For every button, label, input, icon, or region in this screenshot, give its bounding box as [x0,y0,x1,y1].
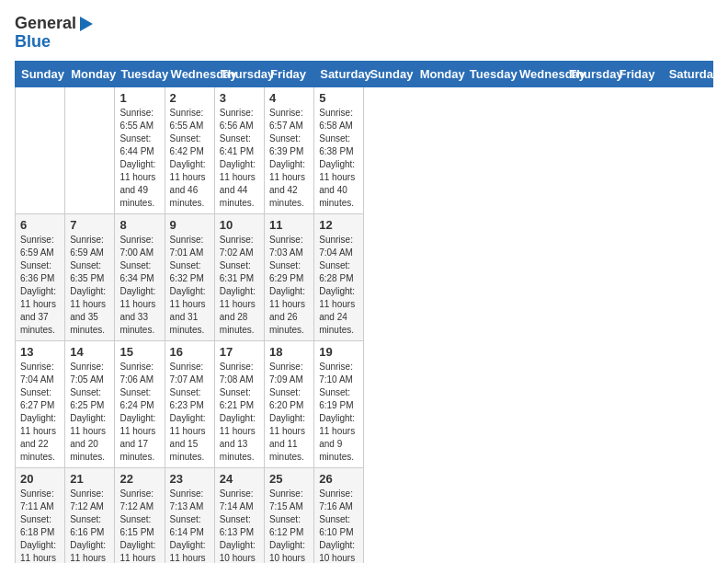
day-number: 10 [220,218,259,232]
calendar-cell [65,86,115,213]
day-info: Sunrise: 7:03 AMSunset: 6:29 PMDaylight:… [269,234,309,337]
col-header-saturday: Saturday [663,61,712,86]
logo-text-blue: Blue [15,33,51,52]
day-info: Sunrise: 7:05 AMSunset: 6:25 PMDaylight:… [70,361,109,464]
day-number: 6 [20,218,60,232]
day-number: 4 [269,91,309,105]
day-info: Sunrise: 6:55 AMSunset: 6:42 PMDaylight:… [170,107,210,210]
page-header: General Blue [15,15,713,52]
calendar-cell: 3Sunrise: 6:56 AMSunset: 6:41 PMDaylight… [214,86,264,213]
day-number: 22 [119,472,159,486]
col-header-thursday: Thursday [563,61,613,86]
day-info: Sunrise: 7:16 AMSunset: 6:10 PMDaylight:… [319,488,358,563]
calendar-cell: 11Sunrise: 7:03 AMSunset: 6:29 PMDayligh… [265,213,314,340]
logo-text-general: General [15,15,76,33]
day-number: 1 [119,91,159,105]
day-number: 25 [269,472,309,486]
day-number: 24 [220,472,259,486]
day-info: Sunrise: 7:04 AMSunset: 6:28 PMDaylight:… [319,234,358,337]
day-info: Sunrise: 6:59 AMSunset: 6:35 PMDaylight:… [70,234,109,337]
day-number: 15 [119,345,159,359]
day-info: Sunrise: 7:00 AMSunset: 6:34 PMDaylight:… [119,234,159,337]
calendar-week-4: 20Sunrise: 7:11 AMSunset: 6:18 PMDayligh… [16,467,713,563]
day-info: Sunrise: 7:09 AMSunset: 6:20 PMDaylight:… [269,361,309,464]
header-tuesday: Tuesday [115,61,165,86]
col-header-tuesday: Tuesday [463,61,513,86]
calendar-cell: 10Sunrise: 7:02 AMSunset: 6:31 PMDayligh… [214,213,264,340]
day-info: Sunrise: 7:15 AMSunset: 6:12 PMDaylight:… [269,488,309,563]
calendar-cell: 6Sunrise: 6:59 AMSunset: 6:36 PMDaylight… [16,213,65,340]
calendar-cell: 17Sunrise: 7:08 AMSunset: 6:21 PMDayligh… [214,340,264,467]
calendar-cell: 19Sunrise: 7:10 AMSunset: 6:19 PMDayligh… [314,340,364,467]
day-info: Sunrise: 7:14 AMSunset: 6:13 PMDaylight:… [220,488,259,563]
calendar-cell: 7Sunrise: 6:59 AMSunset: 6:35 PMDaylight… [65,213,115,340]
calendar-week-1: 1Sunrise: 6:55 AMSunset: 6:44 PMDaylight… [16,86,713,213]
calendar-cell: 8Sunrise: 7:00 AMSunset: 6:34 PMDaylight… [115,213,165,340]
day-number: 7 [70,218,109,232]
col-header-friday: Friday [613,61,663,86]
header-wednesday: Wednesday [165,61,214,86]
day-number: 11 [269,218,309,232]
day-info: Sunrise: 6:57 AMSunset: 6:39 PMDaylight:… [269,107,309,210]
day-number: 14 [70,345,109,359]
calendar-cell: 21Sunrise: 7:12 AMSunset: 6:16 PMDayligh… [65,467,115,563]
header-monday: Monday [65,61,115,86]
day-number: 9 [170,218,210,232]
header-saturday: Saturday [314,61,364,86]
calendar-cell: 12Sunrise: 7:04 AMSunset: 6:28 PMDayligh… [314,213,364,340]
calendar-week-3: 13Sunrise: 7:04 AMSunset: 6:27 PMDayligh… [16,340,713,467]
header-sunday: Sunday [16,61,65,86]
day-info: Sunrise: 7:11 AMSunset: 6:18 PMDaylight:… [20,488,60,563]
day-number: 23 [170,472,210,486]
day-number: 5 [319,91,358,105]
calendar-cell: 24Sunrise: 7:14 AMSunset: 6:13 PMDayligh… [214,467,264,563]
header-friday: Friday [265,61,314,86]
calendar-week-2: 6Sunrise: 6:59 AMSunset: 6:36 PMDaylight… [16,213,713,340]
day-info: Sunrise: 6:56 AMSunset: 6:41 PMDaylight:… [220,107,259,210]
day-info: Sunrise: 7:01 AMSunset: 6:32 PMDaylight:… [170,234,210,337]
day-number: 19 [319,345,358,359]
calendar-cell: 23Sunrise: 7:13 AMSunset: 6:14 PMDayligh… [165,467,214,563]
day-number: 21 [70,472,109,486]
day-number: 3 [220,91,259,105]
day-number: 8 [119,218,159,232]
calendar-cell: 9Sunrise: 7:01 AMSunset: 6:32 PMDaylight… [165,213,214,340]
calendar-cell: 26Sunrise: 7:16 AMSunset: 6:10 PMDayligh… [314,467,364,563]
day-info: Sunrise: 7:04 AMSunset: 6:27 PMDaylight:… [20,361,60,464]
day-info: Sunrise: 7:12 AMSunset: 6:16 PMDaylight:… [70,488,109,563]
header-thursday: Thursday [214,61,264,86]
calendar-table: SundayMondayTuesdayWednesdayThursdayFrid… [15,61,713,563]
day-number: 20 [20,472,60,486]
day-number: 2 [170,91,210,105]
day-number: 18 [269,345,309,359]
day-number: 13 [20,345,60,359]
calendar-cell: 13Sunrise: 7:04 AMSunset: 6:27 PMDayligh… [16,340,65,467]
day-number: 12 [319,218,358,232]
day-info: Sunrise: 7:12 AMSunset: 6:15 PMDaylight:… [119,488,159,563]
calendar-cell: 15Sunrise: 7:06 AMSunset: 6:24 PMDayligh… [115,340,165,467]
calendar-cell: 22Sunrise: 7:12 AMSunset: 6:15 PMDayligh… [115,467,165,563]
day-info: Sunrise: 7:13 AMSunset: 6:14 PMDaylight:… [170,488,210,563]
calendar-cell: 14Sunrise: 7:05 AMSunset: 6:25 PMDayligh… [65,340,115,467]
calendar-cell: 2Sunrise: 6:55 AMSunset: 6:42 PMDaylight… [165,86,214,213]
logo: General Blue [15,15,93,52]
day-info: Sunrise: 7:07 AMSunset: 6:23 PMDaylight:… [170,361,210,464]
col-header-monday: Monday [414,61,463,86]
calendar-cell: 18Sunrise: 7:09 AMSunset: 6:20 PMDayligh… [265,340,314,467]
calendar-cell: 5Sunrise: 6:58 AMSunset: 6:38 PMDaylight… [314,86,364,213]
day-info: Sunrise: 6:55 AMSunset: 6:44 PMDaylight:… [119,107,159,210]
calendar-cell: 16Sunrise: 7:07 AMSunset: 6:23 PMDayligh… [165,340,214,467]
day-info: Sunrise: 6:59 AMSunset: 6:36 PMDaylight:… [20,234,60,337]
col-header-wednesday: Wednesday [514,61,563,86]
day-number: 17 [220,345,259,359]
day-info: Sunrise: 7:10 AMSunset: 6:19 PMDaylight:… [319,361,358,464]
calendar-cell: 25Sunrise: 7:15 AMSunset: 6:12 PMDayligh… [265,467,314,563]
day-number: 16 [170,345,210,359]
day-info: Sunrise: 7:02 AMSunset: 6:31 PMDaylight:… [220,234,259,337]
calendar-header-row: SundayMondayTuesdayWednesdayThursdayFrid… [16,61,713,86]
day-number: 26 [319,472,358,486]
day-info: Sunrise: 6:58 AMSunset: 6:38 PMDaylight:… [319,107,358,210]
logo-arrow-icon [80,17,93,31]
day-info: Sunrise: 7:08 AMSunset: 6:21 PMDaylight:… [220,361,259,464]
day-info: Sunrise: 7:06 AMSunset: 6:24 PMDaylight:… [119,361,159,464]
